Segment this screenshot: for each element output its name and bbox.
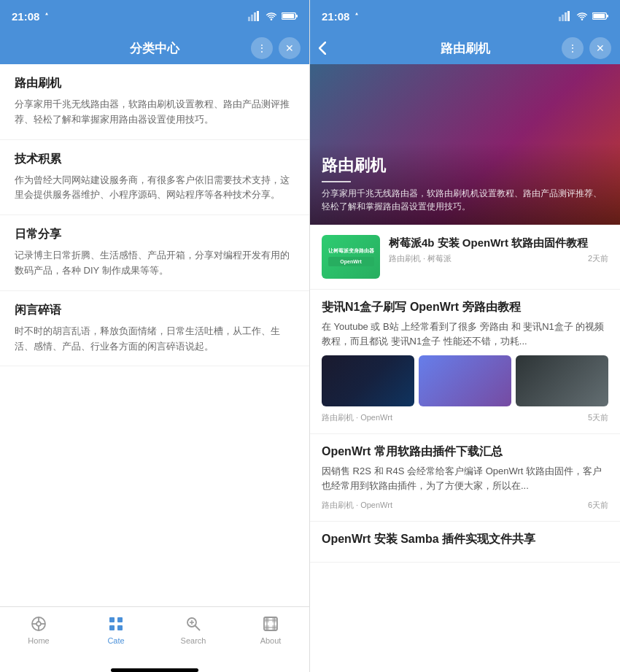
large-article-meta: 路由刷机 · OpenWrt 5天前 [322, 412, 608, 423]
svg-rect-2 [254, 12, 256, 21]
large-article-title: 斐讯N1盒子刷写 OpenWrt 旁路由教程 [322, 300, 608, 315]
svg-rect-25 [567, 11, 570, 21]
svg-rect-3 [257, 11, 259, 21]
hero-overlay: 路由刷机 分享家用千兆无线路由器，软路由刷机机设置教程、路由产品测评推荐、轻松了… [310, 143, 620, 225]
tab-about-label: About [260, 636, 282, 645]
left-home-indicator [111, 668, 198, 672]
back-button[interactable] [319, 42, 326, 55]
svg-rect-13 [109, 617, 115, 622]
svg-point-8 [36, 622, 41, 626]
left-content: 路由刷机 分享家用千兆无线路由器，软路由刷机设置教程、路由产品测评推荐、轻松了解… [0, 64, 309, 606]
category-desc-3: 时不时的胡言乱语，释放负面情绪，日常生活吐槽，从工作、生活、感情、产品、行业各方… [15, 324, 295, 355]
right-nav-actions[interactable]: ⋮ ✕ [562, 37, 611, 59]
svg-rect-24 [565, 12, 567, 21]
article-card-0[interactable]: 让树莓派变身路由器 OpenWrt 树莓派4b 安装 OpenWrt 软路由固件… [310, 225, 620, 290]
article-title-0: 树莓派4b 安装 OpenWrt 软路由固件教程 [389, 235, 608, 250]
tab-search-label: Search [181, 636, 206, 645]
search-icon [184, 614, 203, 633]
tab-cate[interactable]: Cate [87, 614, 145, 645]
left-nav-bar: 分类中心 ⋮ ✕ [0, 32, 309, 64]
left-nav-title: 分类中心 [130, 40, 179, 57]
category-desc-1: 作为曾经大同网站建设服务商，有很多客户依旧需要技术支持，这里会提供服务器维护、小… [15, 173, 295, 204]
home-icon [29, 614, 48, 633]
hero-desc: 分享家用千兆无线路由器，软路由刷机机设置教程、路由产品测评推荐、轻松了解和掌握路… [322, 187, 608, 213]
category-item-2[interactable]: 日常分享 记录博主日常折腾、生活感悟、产品开箱，分享对编程开发有用的数码产品，各… [0, 215, 309, 291]
hero-title: 路由刷机 [322, 155, 608, 177]
large-meta-left: 路由刷机 · OpenWrt [322, 412, 392, 423]
simple-article-title: OpenWrt 常用软路由插件下载汇总 [322, 444, 608, 460]
right-nav-bar: 路由刷机 ⋮ ✕ [310, 32, 620, 64]
article-simple[interactable]: OpenWrt 常用软路由插件下载汇总 因销售 R2S 和 R4S 会经常给客户… [310, 434, 620, 522]
cate-icon [106, 614, 125, 633]
category-item-3[interactable]: 闲言碎语 时不时的胡言乱语，释放负面情绪，日常生活吐槽，从工作、生活、感情、产品… [0, 291, 309, 367]
svg-rect-23 [562, 15, 564, 21]
category-title-0: 路由刷机 [15, 76, 295, 91]
left-more-button[interactable]: ⋮ [251, 37, 273, 59]
right-status-time: 21:08 [322, 10, 361, 23]
left-status-bar: 21:08 [0, 0, 309, 32]
hero-divider [322, 181, 351, 182]
article-info-0: 树莓派4b 安装 OpenWrt 软路由固件教程 路由刷机 · 树莓派 2天前 [389, 235, 608, 264]
svg-rect-0 [248, 17, 250, 21]
svg-rect-6 [282, 14, 294, 18]
tab-about[interactable]: About [241, 614, 300, 645]
article-meta-0: 路由刷机 · 树莓派 2天前 [389, 253, 608, 264]
right-status-bar: 21:08 [310, 0, 620, 32]
category-desc-0: 分享家用千兆无线路由器，软路由刷机设置教程、路由产品测评推荐、轻松了解和掌握家用… [15, 97, 295, 128]
svg-line-18 [195, 626, 201, 631]
tab-cate-label: Cate [107, 636, 124, 645]
article-meta-right-0: 2天前 [588, 253, 608, 264]
category-title-3: 闲言碎语 [15, 303, 295, 318]
left-status-time: 21:08 [12, 10, 51, 23]
right-more-button[interactable]: ⋮ [562, 37, 584, 59]
hero-image: 路由刷机 分享家用千兆无线路由器，软路由刷机机设置教程、路由产品测评推荐、轻松了… [310, 64, 620, 225]
category-title-2: 日常分享 [15, 227, 295, 242]
article-thumb-0: 让树莓派变身路由器 OpenWrt [322, 235, 380, 279]
svg-rect-15 [109, 625, 115, 630]
category-desc-2: 记录博主日常折腾、生活感悟、产品开箱，分享对编程开发有用的数码产品，各种 DIY… [15, 248, 295, 279]
simple-meta-right: 6天前 [588, 500, 608, 511]
right-close-button[interactable]: ✕ [589, 37, 611, 59]
svg-rect-28 [593, 14, 605, 18]
large-article-images [322, 355, 608, 406]
svg-rect-1 [251, 15, 253, 21]
svg-rect-5 [295, 15, 298, 18]
right-nav-title: 路由刷机 [441, 40, 490, 57]
left-tab-bar: Home Cate [0, 606, 309, 667]
article-meta-left-0: 路由刷机 · 树莓派 [389, 253, 452, 264]
simple-article-desc: 因销售 R2S 和 R4S 会经常给客户编译 OpenWrt 软路由固件，客户也… [322, 464, 608, 493]
article-card-large[interactable]: 斐讯N1盒子刷写 OpenWrt 旁路由教程 在 Youtube 或 B站 上经… [310, 290, 620, 434]
about-icon [261, 614, 280, 633]
tab-search[interactable]: Search [164, 614, 222, 645]
simple-article-meta: 路由刷机 · OpenWrt 6天前 [322, 500, 608, 511]
left-close-button[interactable]: ✕ [279, 37, 301, 59]
svg-rect-22 [559, 17, 561, 21]
large-article-desc: 在 Youtube 或 B站 上经常看到了很多 旁路由 和 斐讯N1盒子 的视频… [322, 320, 608, 348]
right-panel: 21:08 路由刷机 [310, 0, 620, 672]
svg-rect-14 [117, 617, 123, 622]
bottom-article-title: OpenWrt 安装 Samba 插件实现文件共享 [322, 532, 608, 547]
svg-rect-16 [117, 625, 123, 630]
article-image-2 [419, 355, 511, 406]
tab-home-label: Home [28, 636, 49, 645]
svg-rect-27 [606, 15, 608, 18]
category-title-1: 技术积累 [15, 152, 295, 167]
category-item-1[interactable]: 技术积累 作为曾经大同网站建设服务商，有很多客户依旧需要技术支持，这里会提供服务… [0, 140, 309, 216]
right-content: 路由刷机 分享家用千兆无线路由器，软路由刷机机设置教程、路由产品测评推荐、轻松了… [310, 64, 620, 672]
right-status-icons [559, 11, 608, 21]
large-meta-right: 5天前 [588, 412, 608, 423]
left-panel: 21:08 分类中心 ⋮ [0, 0, 310, 672]
article-image-1 [322, 355, 414, 406]
article-image-3 [516, 355, 608, 406]
simple-meta-left: 路由刷机 · OpenWrt [322, 500, 392, 511]
tab-home[interactable]: Home [9, 614, 68, 645]
article-bottom[interactable]: OpenWrt 安装 Samba 插件实现文件共享 [310, 522, 620, 563]
category-item-0[interactable]: 路由刷机 分享家用千兆无线路由器，软路由刷机设置教程、路由产品测评推荐、轻松了解… [0, 64, 309, 140]
left-status-icons [248, 11, 298, 21]
left-nav-actions[interactable]: ⋮ ✕ [251, 37, 301, 59]
